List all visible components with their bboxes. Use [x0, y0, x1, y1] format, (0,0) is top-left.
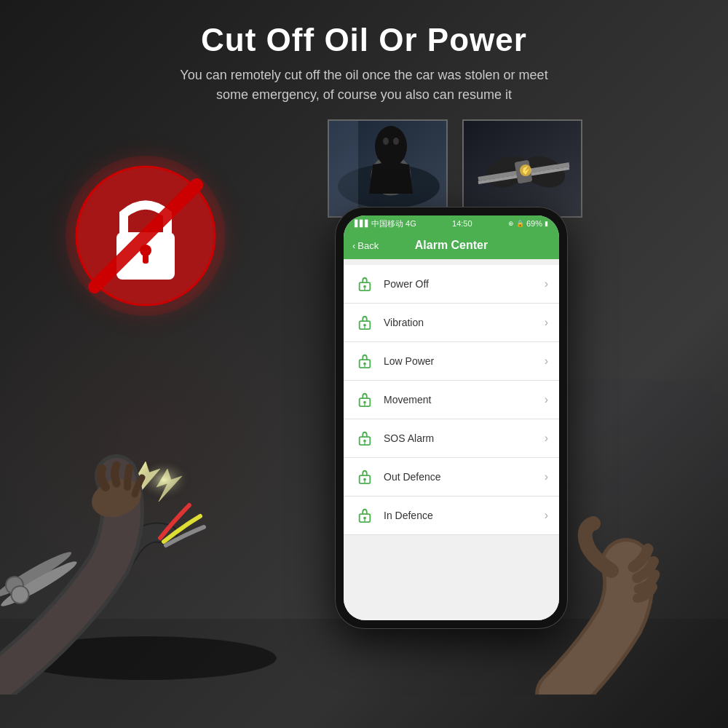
page-title: Cut Off Oil Or Power [36, 22, 692, 58]
wifi-icon: ⊕ [508, 220, 514, 227]
sos-alarm-icon [355, 428, 375, 448]
svg-point-48 [363, 440, 366, 443]
svg-point-26 [393, 138, 399, 145]
nav-title: Alarm Center [415, 239, 488, 252]
lock-icon: 🔒 [516, 220, 524, 227]
svg-point-54 [363, 517, 366, 520]
photo1-svg [329, 121, 448, 218]
low-power-icon [355, 351, 375, 371]
menu-item-movement[interactable]: Movement › [344, 381, 559, 419]
photo2-svg [464, 121, 582, 218]
status-left: ▋▋▋ 中国移动 4G [355, 218, 416, 229]
svg-point-51 [363, 478, 366, 481]
svg-rect-27 [329, 121, 358, 218]
low-power-chevron: › [545, 355, 548, 368]
movement-icon [355, 389, 375, 410]
vibration-label: Vibration [384, 317, 545, 328]
back-label: Back [357, 240, 379, 251]
in-defence-icon [355, 505, 375, 526]
hand-wires-area [0, 331, 364, 695]
hand-wires-svg [0, 331, 364, 695]
signal-icon: ▋▋▋ [355, 220, 370, 227]
hand-svg [524, 440, 728, 695]
sos-alarm-label: SOS Alarm [384, 432, 545, 444]
in-defence-label: In Defence [384, 510, 545, 521]
svg-rect-10 [143, 250, 149, 264]
back-chevron: ‹ [352, 240, 355, 251]
svg-point-36 [363, 285, 366, 288]
no-lock-svg [36, 127, 255, 345]
status-right: ⊕ 🔒 69% ▮ [508, 219, 548, 228]
photo-wire-cutting [462, 119, 582, 218]
svg-point-25 [383, 138, 389, 145]
description: You can remotely cut off the oil once th… [36, 66, 692, 105]
svg-point-24 [375, 126, 407, 167]
status-bar: ▋▋▋ 中国移动 4G 14:50 ⊕ 🔒 69% ▮ [344, 215, 559, 232]
header-section: Cut Off Oil Or Power You can remotely cu… [0, 0, 728, 112]
main-content: Cut Off Oil Or Power You can remotely cu… [0, 0, 728, 728]
back-button[interactable]: ‹ Back [352, 240, 379, 251]
vibration-icon [355, 312, 375, 333]
movement-chevron: › [545, 393, 548, 406]
power-off-icon [355, 274, 375, 294]
svg-point-42 [363, 363, 366, 365]
photo-thief-car [328, 119, 448, 218]
menu-item-vibration[interactable]: Vibration › [344, 304, 559, 342]
battery-icon: ▮ [545, 220, 548, 227]
low-power-label: Low Power [384, 355, 545, 367]
svg-point-45 [363, 401, 366, 404]
photos-row [328, 119, 582, 218]
carrier-text: 中国移动 4G [371, 218, 416, 229]
power-off-label: Power Off [384, 278, 545, 290]
out-defence-label: Out Defence [384, 471, 545, 483]
hand-holding-phone [524, 440, 728, 695]
vibration-chevron: › [545, 316, 548, 329]
movement-label: Movement [384, 394, 545, 405]
nav-bar: ‹ Back Alarm Center [344, 232, 559, 259]
battery-text: 69% [526, 219, 542, 228]
menu-item-low-power[interactable]: Low Power › [344, 342, 559, 381]
visual-area: ▋▋▋ 中国移动 4G 14:50 ⊕ 🔒 69% ▮ [0, 112, 728, 695]
no-lock-symbol [36, 127, 255, 345]
menu-item-power-off[interactable]: Power Off › [344, 265, 559, 304]
power-off-chevron: › [545, 277, 548, 290]
time-display: 14:50 [452, 219, 472, 228]
out-defence-icon [355, 467, 375, 487]
svg-point-39 [363, 324, 366, 327]
